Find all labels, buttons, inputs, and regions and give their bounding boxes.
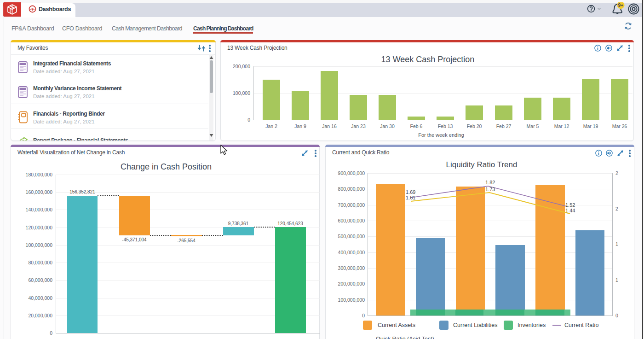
svg-text:9+: 9+ bbox=[618, 3, 624, 8]
